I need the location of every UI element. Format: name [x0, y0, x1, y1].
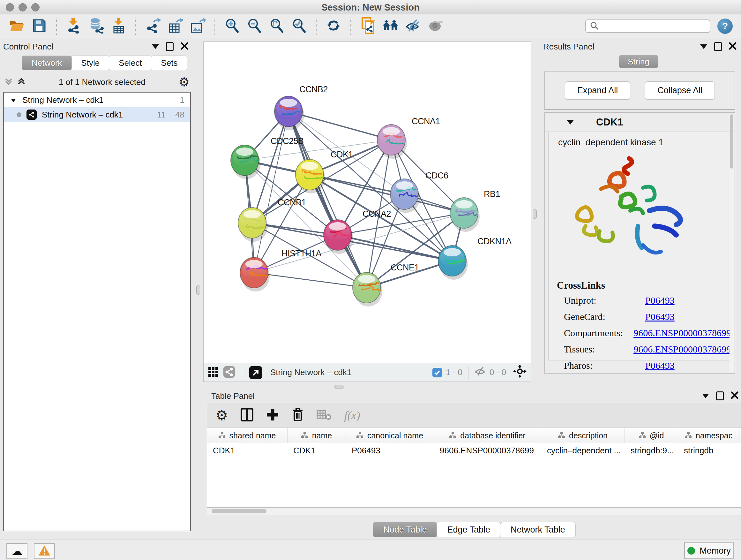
panel-close-icon[interactable] [729, 42, 737, 51]
tab-network[interactable]: Network [22, 56, 72, 70]
crosslink-link[interactable]: 9606.ENSP00000378699 [633, 327, 731, 338]
table-cell[interactable]: cyclin–dependent ... [541, 443, 625, 458]
column-header[interactable]: database identifier [434, 428, 541, 443]
horizontal-splitter-handle[interactable] [334, 385, 344, 389]
tab-string[interactable]: String [619, 55, 658, 68]
panel-collapse-icon[interactable] [152, 44, 159, 49]
open-session-button[interactable] [8, 17, 25, 35]
tree-expand-icon[interactable] [10, 95, 17, 105]
expand-all-networks-icon[interactable] [17, 77, 25, 87]
network-node-ccne1[interactable] [353, 272, 381, 303]
export-network-button[interactable] [144, 17, 161, 35]
column-header[interactable]: shared name [207, 428, 287, 443]
panel-collapse-icon[interactable] [702, 394, 709, 398]
gear-icon[interactable]: ⚙ [179, 76, 190, 88]
tab-sets[interactable]: Sets [151, 56, 187, 70]
table-horizontal-scrollbar[interactable] [207, 508, 741, 515]
results-scrollbar[interactable] [730, 114, 734, 372]
network-node-cdkn1a[interactable] [438, 246, 466, 276]
tab-edge-table[interactable]: Edge Table [436, 522, 501, 537]
column-header[interactable]: name [287, 428, 346, 443]
import-table-button[interactable] [110, 17, 127, 35]
network-node-cdk1[interactable] [295, 159, 324, 190]
table-cell[interactable]: 9606.ENSP00000378699 [434, 443, 541, 458]
tab-network-table[interactable]: Network Table [500, 522, 576, 537]
import-network-button[interactable] [65, 17, 82, 35]
network-collection-row[interactable]: String Network – cdk1 1 [4, 92, 190, 107]
node-table[interactable]: shared namenamecanonical namedatabase id… [207, 428, 741, 508]
network-node-ccnb2[interactable] [274, 96, 302, 127]
show-columns-icon[interactable] [241, 408, 253, 423]
refresh-layout-button[interactable] [325, 17, 342, 35]
collapse-all-button[interactable]: Collapse All [645, 81, 715, 100]
network-node-rb1[interactable] [450, 198, 478, 228]
network-node-hist1h1a[interactable] [240, 257, 268, 288]
zoom-in-button[interactable] [223, 17, 241, 35]
save-session-button[interactable] [30, 17, 48, 35]
export-image-button[interactable] [189, 17, 206, 35]
fit-selected-crosshair-icon[interactable] [513, 365, 527, 380]
crosslink-link[interactable]: 9606.ENSP00000378699 [633, 344, 731, 355]
zoom-selected-button[interactable] [290, 17, 308, 35]
network-node-ccnb1[interactable] [238, 207, 266, 238]
network-node-ccna2[interactable] [324, 220, 352, 250]
crosslink-link[interactable]: P06493 [645, 311, 675, 322]
export-table-button[interactable] [166, 17, 184, 35]
panel-float-icon[interactable] [716, 391, 724, 400]
table-row[interactable]: CDK1CDK1P064939606.ENSP00000378699cyclin… [207, 443, 741, 458]
search-box[interactable] [585, 19, 711, 33]
network-canvas[interactable]: CCNB2CCNA1CDC25BCDK1CDC6RB1CCNB1CCNA2CDK… [204, 42, 531, 363]
section-collapse-icon[interactable] [567, 120, 574, 125]
panel-close-icon[interactable] [181, 42, 188, 51]
table-options-gear-icon[interactable]: ⚙ [215, 408, 228, 422]
tab-node-table[interactable]: Node Table [373, 522, 437, 537]
hide-selected-button[interactable] [404, 17, 421, 35]
import-network-from-database-button[interactable] [87, 17, 105, 35]
table-cell[interactable]: stringdb [678, 443, 739, 458]
collapse-all-networks-icon[interactable] [4, 77, 13, 87]
tab-style[interactable]: Style [71, 56, 110, 70]
memory-button[interactable]: Memory [684, 543, 734, 559]
network-node-cdc25b[interactable] [231, 145, 259, 176]
panel-float-icon[interactable] [166, 42, 174, 51]
new-network-from-selection-button[interactable] [359, 17, 377, 35]
warnings-button[interactable] [34, 543, 55, 559]
network-view[interactable]: CCNB2CCNA1CDC25BCDK1CDC6RB1CCNB1CCNA2CDK… [203, 42, 531, 382]
table-cell[interactable]: P06493 [346, 443, 434, 458]
table-cell[interactable]: CDK1 [207, 443, 287, 458]
add-column-plus-icon[interactable] [266, 408, 279, 422]
column-header[interactable]: description [541, 428, 625, 443]
column-header[interactable]: @id [625, 428, 678, 443]
network-list-icon[interactable] [223, 366, 235, 379]
birdseye-view-button[interactable] [249, 366, 262, 379]
network-row-selected[interactable]: String Network – cdk1 11 48 [4, 107, 190, 122]
first-neighbors-button[interactable] [382, 17, 399, 35]
panel-close-icon[interactable] [731, 391, 738, 400]
tab-select[interactable]: Select [109, 56, 151, 70]
column-header[interactable]: namespac [678, 428, 739, 443]
panel-float-icon[interactable] [714, 42, 722, 51]
network-node-cdc6[interactable] [390, 179, 418, 209]
vertical-splitter-handle[interactable] [533, 209, 537, 219]
zoom-fit-button[interactable] [268, 17, 285, 35]
grid-view-icon[interactable] [208, 367, 218, 378]
selected-checkbox-icon[interactable] [432, 368, 442, 377]
panel-collapse-icon[interactable] [700, 44, 707, 49]
crosslink-link[interactable]: P06493 [645, 360, 675, 371]
vertical-splitter-handle[interactable] [196, 285, 200, 295]
show-all-button[interactable] [426, 17, 444, 35]
scrollbar-thumb[interactable] [730, 114, 733, 169]
table-cell[interactable]: stringdb:9... [625, 443, 678, 458]
network-node-ccna1[interactable] [377, 125, 405, 155]
scrollbar-thumb[interactable] [212, 509, 266, 513]
search-input[interactable] [601, 21, 706, 31]
crosslink-link[interactable]: P06493 [645, 295, 675, 306]
node-section-header[interactable]: CDK1 [545, 113, 735, 132]
help-button[interactable]: ? [718, 18, 733, 34]
cloud-status-button[interactable]: ☁ [6, 543, 27, 559]
zoom-out-button[interactable] [246, 17, 263, 35]
delete-column-trash-icon[interactable] [292, 408, 304, 423]
column-header[interactable]: canonical name [346, 428, 434, 443]
expand-all-button[interactable]: Expand All [565, 81, 630, 100]
table-cell[interactable]: CDK1 [287, 443, 346, 458]
